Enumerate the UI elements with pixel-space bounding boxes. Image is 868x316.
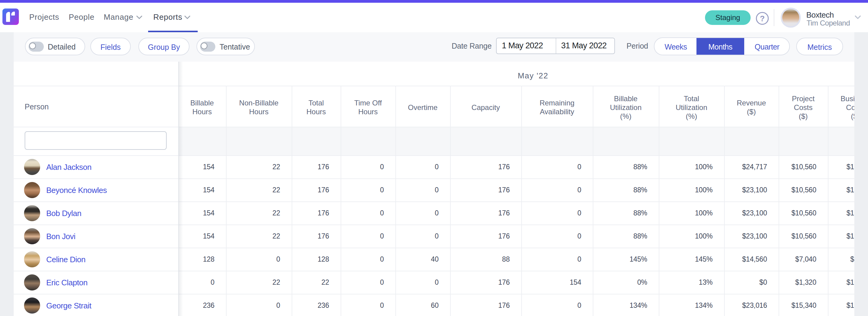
svg-text:?: ? (760, 14, 765, 23)
